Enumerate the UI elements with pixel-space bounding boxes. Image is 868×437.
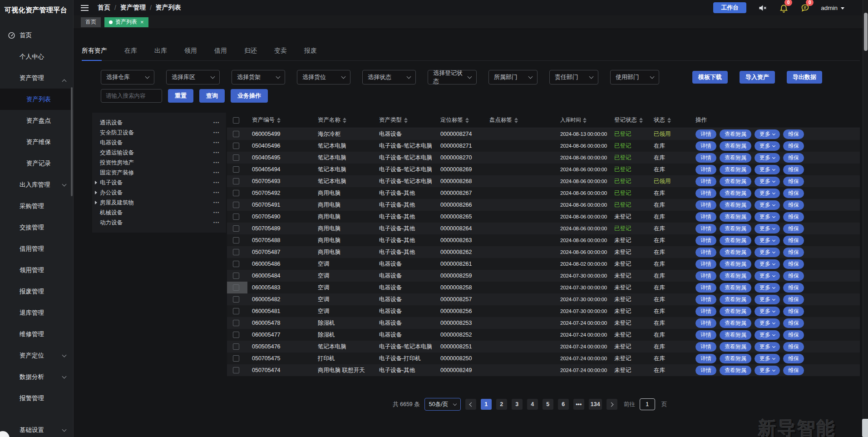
row-checkbox[interactable]	[233, 320, 239, 326]
view-attachments-button[interactable]: 查看附属	[720, 189, 751, 198]
detail-button[interactable]: 详情	[695, 177, 716, 186]
row-checkbox[interactable]	[233, 202, 239, 208]
sidebar-item[interactable]: 报废管理	[0, 281, 73, 302]
detail-button[interactable]: 详情	[695, 330, 716, 340]
tab[interactable]: 归还	[244, 47, 257, 55]
filter-select[interactable]: 选择货位	[297, 70, 350, 84]
filter-select[interactable]: 选择库区	[166, 70, 220, 84]
view-attachments-button[interactable]: 查看附属	[720, 129, 751, 139]
breadcrumb-home[interactable]: 首页	[98, 4, 110, 12]
data-action-button[interactable]: 导出数据	[787, 71, 822, 84]
tree-item[interactable]: 电子设备 •••	[92, 178, 226, 188]
sidebar-item[interactable]: 基础设置	[0, 419, 73, 437]
view-attachments-button[interactable]: 查看附属	[720, 283, 751, 293]
sidebar-item[interactable]: 资产记录	[0, 153, 73, 174]
more-button[interactable]: 更多	[755, 224, 780, 233]
next-page-button[interactable]	[607, 399, 617, 410]
row-checkbox[interactable]	[233, 332, 239, 338]
prev-page-button[interactable]	[465, 399, 476, 410]
maintenance-button[interactable]: 维保	[783, 271, 804, 281]
view-attachments-button[interactable]: 查看附属	[720, 271, 751, 281]
expand-arrow-icon[interactable]	[95, 191, 97, 194]
col-location-tag[interactable]: 定位标签	[440, 116, 463, 124]
tree-item[interactable]: 固定资产装修 •••	[92, 168, 226, 178]
sidebar-item[interactable]: 维修管理	[0, 323, 73, 345]
maintenance-button[interactable]: 维保	[783, 165, 804, 174]
user-menu[interactable]: admin	[821, 5, 844, 11]
row-checkbox[interactable]	[233, 190, 239, 196]
maintenance-button[interactable]: 维保	[783, 212, 804, 222]
tree-item[interactable]: 安全防卫设备 •••	[92, 128, 226, 138]
more-options-icon[interactable]: •••	[213, 210, 220, 215]
detail-button[interactable]: 详情	[695, 165, 716, 174]
col-asset-name[interactable]: 资产名称	[318, 116, 340, 124]
sort-icon[interactable]	[465, 118, 469, 123]
more-button[interactable]: 更多	[755, 236, 780, 245]
maintenance-button[interactable]: 维保	[783, 318, 804, 328]
detail-button[interactable]: 详情	[695, 129, 716, 139]
filter-action-button[interactable]: 查询	[199, 89, 225, 103]
row-checkbox[interactable]	[233, 261, 239, 267]
data-action-button[interactable]: 模板下载	[692, 71, 728, 84]
sort-icon[interactable]	[667, 118, 671, 123]
filter-select[interactable]: 使用部门	[610, 70, 659, 84]
detail-button[interactable]: 详情	[695, 271, 716, 281]
more-button[interactable]: 更多	[755, 200, 780, 210]
more-button[interactable]: 更多	[755, 177, 780, 186]
row-checkbox[interactable]	[233, 343, 239, 350]
detail-button[interactable]: 详情	[695, 236, 716, 245]
sidebar-item[interactable]: 个人中心	[0, 46, 73, 67]
view-attachments-button[interactable]: 查看附属	[720, 141, 751, 151]
sidebar-item[interactable]: 退库管理	[0, 302, 73, 323]
more-button[interactable]: 更多	[755, 295, 780, 304]
page-button[interactable]: 1	[481, 399, 492, 410]
sort-icon[interactable]	[639, 118, 643, 123]
maintenance-button[interactable]: 维保	[783, 141, 804, 151]
select-all-checkbox[interactable]	[233, 117, 239, 124]
more-button[interactable]: 更多	[755, 342, 780, 352]
detail-button[interactable]: 详情	[695, 354, 716, 363]
view-attachments-button[interactable]: 查看附属	[720, 200, 751, 210]
detail-button[interactable]: 详情	[695, 366, 716, 375]
more-button[interactable]: 更多	[755, 212, 780, 222]
sort-icon[interactable]	[277, 118, 281, 123]
filter-select[interactable]: 责任部门	[549, 70, 598, 84]
filter-select[interactable]: 选择登记状态	[428, 70, 477, 84]
tree-item[interactable]: 办公设备 •••	[92, 188, 226, 198]
more-options-icon[interactable]: •••	[213, 200, 220, 205]
sidebar-item[interactable]: 领用管理	[0, 259, 73, 281]
page-button[interactable]: 3	[512, 399, 523, 410]
more-button[interactable]: 更多	[755, 271, 780, 281]
sidebar-item[interactable]: 数据分析	[0, 366, 73, 387]
last-page-button[interactable]: 134	[589, 399, 602, 410]
page-button[interactable]: 2	[496, 399, 507, 410]
more-options-icon[interactable]: •••	[213, 170, 220, 175]
detail-button[interactable]: 详情	[695, 212, 716, 222]
more-options-icon[interactable]: •••	[213, 190, 220, 195]
view-attachments-button[interactable]: 查看附属	[720, 259, 751, 269]
tab[interactable]: 出库	[154, 47, 167, 55]
row-checkbox[interactable]	[233, 249, 239, 255]
tree-item[interactable]: 通讯设备 •••	[92, 118, 226, 128]
page-button[interactable]: 5	[542, 399, 553, 410]
more-button[interactable]: 更多	[755, 318, 780, 328]
view-attachments-button[interactable]: 查看附属	[720, 212, 751, 222]
tree-item[interactable]: 机械设备 •••	[92, 208, 226, 218]
more-button[interactable]: 更多	[755, 189, 780, 198]
view-attachments-button[interactable]: 查看附属	[720, 177, 751, 186]
more-options-icon[interactable]: •••	[213, 130, 220, 135]
row-checkbox[interactable]	[233, 308, 239, 314]
detail-button[interactable]: 详情	[695, 248, 716, 257]
sort-icon[interactable]	[404, 118, 408, 123]
tab[interactable]: 借用	[214, 47, 227, 55]
scrollbar-thumb[interactable]	[864, 13, 868, 51]
tree-item[interactable]: 动力设备 •••	[92, 218, 226, 228]
maintenance-button[interactable]: 维保	[783, 283, 804, 293]
tree-item[interactable]: 投资性房地产 •••	[92, 158, 226, 168]
maintenance-button[interactable]: 维保	[783, 330, 804, 340]
detail-button[interactable]: 详情	[695, 153, 716, 163]
more-pages-button[interactable]: •••	[573, 399, 584, 410]
sidebar-item[interactable]: 资产列表	[0, 89, 73, 110]
breadcrumb-asset-mgmt[interactable]: 资产管理	[120, 4, 146, 12]
more-button[interactable]: 更多	[755, 141, 780, 151]
